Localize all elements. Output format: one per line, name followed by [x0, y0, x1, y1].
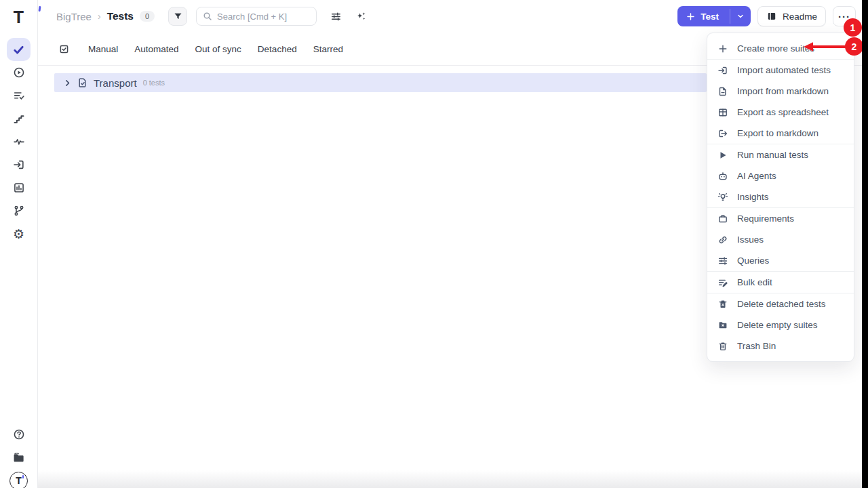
- tab-list: Manual Automated Out of sync Detached St…: [88, 44, 343, 54]
- list-check-icon: [13, 89, 25, 102]
- menu-label: Requirements: [737, 214, 794, 224]
- menu-item-run-manual-tests[interactable]: Run manual tests: [707, 144, 854, 165]
- gear-icon: ⚙: [13, 228, 24, 241]
- menu-label: Trash Bin: [737, 341, 776, 351]
- logo-letter: T: [14, 9, 24, 26]
- topbar-actions: Test Readme ···: [677, 6, 856, 26]
- plus-icon: [686, 12, 695, 21]
- annotation-step-2-badge: 2: [845, 37, 863, 56]
- menu-item-delete-detached-tests[interactable]: Delete detached tests: [707, 293, 854, 314]
- robot-icon: [717, 171, 728, 182]
- sidebar-item-branches[interactable]: [7, 199, 31, 222]
- adjustments-icon: [330, 11, 342, 22]
- suite-meta: 0 tests: [143, 79, 165, 87]
- help-icon: [13, 428, 25, 441]
- menu-item-delete-empty-suites[interactable]: Delete empty suites: [707, 314, 854, 336]
- expand-chevron-icon[interactable]: [63, 79, 72, 87]
- box-arrow-in-icon: [717, 65, 728, 76]
- app-logo[interactable]: T: [0, 5, 37, 28]
- sliders-icon: [717, 256, 728, 266]
- pulse-icon: [13, 136, 25, 148]
- sidebar-item-projects[interactable]: [7, 446, 31, 469]
- ai-assist-button[interactable]: [355, 11, 367, 22]
- git-branch-icon: [13, 205, 25, 217]
- sidebar-item-account[interactable]: T: [7, 469, 31, 488]
- sidebar-item-help[interactable]: [7, 423, 31, 446]
- select-all-button[interactable]: [58, 43, 70, 55]
- menu-label: Export to markdown: [737, 128, 818, 138]
- sidebar-item-plans[interactable]: [7, 84, 31, 107]
- view-settings-button[interactable]: [330, 11, 342, 22]
- plus-icon: [717, 43, 728, 54]
- tab-starred[interactable]: Starred: [313, 44, 343, 54]
- lightbulb-icon: [717, 192, 728, 203]
- import-tray-icon: [13, 159, 25, 171]
- menu-label: Bulk edit: [737, 277, 772, 287]
- suite-row-transport[interactable]: Transport 0 tests: [54, 73, 707, 92]
- avatar-letter: T: [16, 475, 22, 486]
- menu-item-requirements[interactable]: Requirements: [707, 208, 854, 229]
- sidebar-item-runs[interactable]: [7, 61, 31, 84]
- create-test-main[interactable]: Test: [677, 6, 730, 26]
- menu-item-queries[interactable]: Queries: [707, 250, 854, 271]
- tab-manual[interactable]: Manual: [88, 44, 118, 54]
- search-icon: [202, 11, 213, 22]
- readme-label: Readme: [783, 12, 817, 22]
- tab-automated[interactable]: Automated: [134, 44, 178, 54]
- bulk-edit-icon: [717, 277, 728, 288]
- menu-label: Run manual tests: [737, 150, 808, 160]
- sidebar-item-activity[interactable]: [7, 130, 31, 153]
- markdown-file-icon: [717, 86, 728, 97]
- projects-folder-icon: [12, 451, 25, 464]
- create-test-label: Test: [701, 12, 719, 22]
- menu-label: AI Agents: [737, 171, 776, 181]
- sparkles-icon: [355, 11, 367, 22]
- annotation-step-1-badge: 1: [844, 18, 862, 37]
- menu-item-ai-agents[interactable]: AI Agents: [707, 165, 854, 186]
- bar-chart-icon: [13, 182, 25, 194]
- create-test-button[interactable]: Test: [677, 6, 751, 26]
- link-icon: [717, 235, 728, 245]
- menu-label: Import from markdown: [737, 86, 829, 96]
- menu-item-import-automated-tests[interactable]: Import automated tests: [707, 60, 854, 81]
- account-avatar: T: [9, 472, 28, 488]
- tab-out-of-sync[interactable]: Out of sync: [195, 44, 241, 54]
- funnel-icon: [173, 12, 183, 22]
- suite-doc-icon: [77, 77, 88, 88]
- menu-item-issues[interactable]: Issues: [707, 229, 854, 250]
- folder-x-icon: [717, 320, 728, 331]
- breadcrumb: BigTree › Tests 0: [56, 10, 155, 22]
- menu-item-bulk-edit[interactable]: Bulk edit: [707, 272, 854, 293]
- sidebar-item-tests[interactable]: [7, 38, 31, 61]
- breadcrumb-project[interactable]: BigTree: [56, 11, 92, 22]
- readme-button[interactable]: Readme: [757, 6, 826, 26]
- menu-item-import-from-markdown[interactable]: Import from markdown: [707, 81, 854, 102]
- sidebar-item-settings[interactable]: ⚙: [7, 222, 31, 245]
- screen-edge-strip: [862, 0, 868, 488]
- sidebar-item-analytics[interactable]: [7, 176, 31, 199]
- sidebar-item-steps[interactable]: [7, 107, 31, 130]
- steps-icon: [13, 113, 25, 125]
- tests-check-icon: [12, 43, 25, 56]
- spreadsheet-icon: [717, 107, 728, 118]
- menu-label: Issues: [737, 235, 764, 245]
- trash-icon: [717, 341, 728, 352]
- sidebar-nav: ⚙: [7, 38, 31, 245]
- sidebar-bottom: T: [7, 423, 31, 488]
- tab-detached[interactable]: Detached: [258, 44, 297, 54]
- menu-label: Import automated tests: [737, 65, 831, 75]
- menu-item-export-as-spreadsheet[interactable]: Export as spreadsheet: [707, 102, 854, 123]
- page-title: Tests: [107, 10, 134, 22]
- menu-label: Delete detached tests: [737, 299, 826, 309]
- annotation-arrow: [803, 41, 846, 52]
- search-input[interactable]: [196, 7, 317, 26]
- menu-item-insights[interactable]: Insights: [707, 186, 854, 207]
- menu-item-trash-bin[interactable]: Trash Bin: [707, 336, 854, 357]
- create-test-dropdown[interactable]: [730, 6, 751, 26]
- sidebar-item-import[interactable]: [7, 153, 31, 176]
- menu-label: Insights: [737, 192, 769, 202]
- avatar-accent: [22, 475, 24, 479]
- topbar: BigTree › Tests 0 Test: [38, 0, 868, 33]
- filter-button[interactable]: [168, 7, 187, 26]
- menu-item-export-to-markdown[interactable]: Export to markdown: [707, 123, 854, 144]
